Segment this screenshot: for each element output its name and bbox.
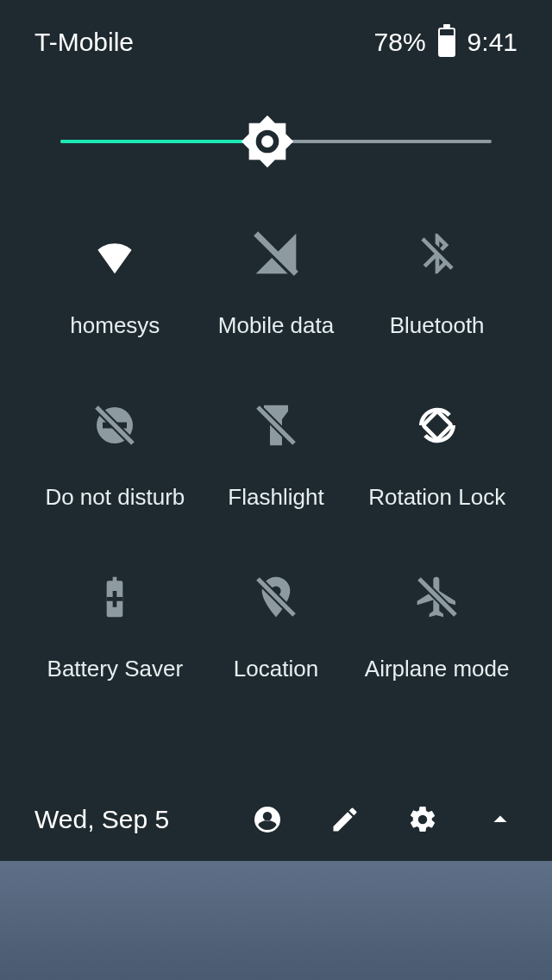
pencil-icon xyxy=(329,804,361,835)
svg-point-1 xyxy=(261,135,273,148)
brightness-icon xyxy=(240,114,295,169)
clock: 9:41 xyxy=(467,28,518,57)
brightness-slider[interactable] xyxy=(60,116,492,167)
brightness-track-fg xyxy=(60,140,267,143)
quick-settings-grid: homesys Mobile data Bluetooth Do not dis… xyxy=(34,219,518,682)
tile-flashlight-label: Flashlight xyxy=(228,484,323,511)
tile-flashlight[interactable]: Flashlight xyxy=(196,391,357,511)
tile-dnd-label: Do not disturb xyxy=(45,484,185,511)
flashlight-off-icon xyxy=(196,391,357,460)
tile-mobile-data[interactable]: Mobile data xyxy=(196,219,357,339)
date-label[interactable]: Wed, Sep 5 xyxy=(34,805,169,834)
airplane-off-icon xyxy=(356,562,518,631)
footer-actions xyxy=(250,802,518,837)
tile-location-label: Location xyxy=(234,656,318,682)
battery-percent: 78% xyxy=(374,28,426,57)
tile-airplane-label: Airplane mode xyxy=(365,656,510,682)
tile-rotation-label: Rotation Lock xyxy=(368,484,505,511)
tile-location[interactable]: Location xyxy=(196,562,357,682)
tile-airplane[interactable]: Airplane mode xyxy=(356,562,518,682)
wallpaper-strip xyxy=(0,861,552,980)
battery-icon xyxy=(438,28,455,57)
tile-mobile-data-label: Mobile data xyxy=(218,312,334,339)
dnd-off-icon xyxy=(34,391,196,460)
tile-battery-saver[interactable]: Battery Saver xyxy=(34,562,196,682)
battery-saver-icon xyxy=(34,562,196,631)
chevron-up-icon xyxy=(485,804,516,835)
tile-rotation[interactable]: Rotation Lock xyxy=(356,391,518,511)
bluetooth-off-icon xyxy=(356,219,518,288)
tile-bluetooth-label: Bluetooth xyxy=(390,312,485,339)
cellular-off-icon xyxy=(196,219,357,288)
rotation-icon xyxy=(356,391,518,460)
wifi-icon xyxy=(34,219,196,288)
tile-bluetooth[interactable]: Bluetooth xyxy=(356,219,518,339)
status-bar: T-Mobile 78% 9:41 xyxy=(0,0,552,57)
settings-button[interactable] xyxy=(405,802,440,837)
tile-wifi[interactable]: homesys xyxy=(34,219,196,339)
status-right: 78% 9:41 xyxy=(374,28,518,57)
tile-wifi-label: homesys xyxy=(70,312,160,339)
carrier-label: T-Mobile xyxy=(34,28,134,57)
qs-footer: Wed, Sep 5 xyxy=(0,787,552,852)
tile-dnd[interactable]: Do not disturb xyxy=(34,391,196,511)
tile-battery-saver-label: Battery Saver xyxy=(47,656,184,682)
battery-fill xyxy=(440,35,454,55)
collapse-button[interactable] xyxy=(483,802,518,837)
edit-button[interactable] xyxy=(328,802,362,837)
user-button[interactable] xyxy=(250,802,285,837)
brightness-thumb[interactable] xyxy=(240,114,295,169)
account-icon xyxy=(252,804,283,835)
gear-icon xyxy=(407,804,438,835)
location-off-icon xyxy=(196,562,357,631)
